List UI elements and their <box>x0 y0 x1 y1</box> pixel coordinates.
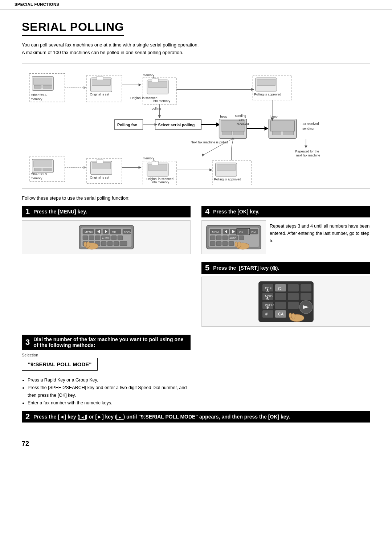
svg-text:Polling is approved: Polling is approved <box>214 177 241 181</box>
svg-text:beep: beep <box>270 114 278 118</box>
svg-marker-45 <box>265 126 269 131</box>
intro-text: You can poll several fax machines one at… <box>22 41 370 57</box>
step-4-content: MENU OK Z M AUTO <box>201 220 370 254</box>
svg-text:Z   M: Z M <box>251 231 256 233</box>
svg-rect-165 <box>288 284 299 291</box>
step-3-label: Dial the number of the fax machine you w… <box>33 336 187 348</box>
step-4-header: 4 Press the [OK] key. <box>201 206 370 217</box>
svg-point-185 <box>291 313 295 319</box>
svg-rect-180 <box>262 310 273 318</box>
svg-rect-153 <box>222 241 228 246</box>
svg-marker-8 <box>83 86 86 89</box>
svg-text:beep: beep <box>220 114 227 118</box>
svg-text:received: received <box>237 122 249 126</box>
svg-rect-145 <box>210 236 215 240</box>
step-2-block: 2 Press the [◄] key (◄) or [►] key (►) u… <box>22 411 370 425</box>
serial-poll-mode-display: "9:SERIAL POLL MODE" <box>22 358 98 371</box>
page-number: 72 <box>22 440 370 448</box>
svg-text:9: 9 <box>266 305 269 310</box>
selection-label: Selection <box>22 353 191 357</box>
svg-rect-154 <box>229 241 234 246</box>
svg-text:MENU: MENU <box>85 230 93 234</box>
svg-rect-72 <box>97 159 103 163</box>
svg-rect-39 <box>222 131 231 135</box>
keyboard-icon-1: MENU OK ZOOM AUTO <box>77 224 135 251</box>
svg-text:Fax received: Fax received <box>301 122 319 126</box>
svg-rect-151 <box>210 241 215 246</box>
serial-polling-diagram: Other fax A memory Original is set <box>22 63 370 189</box>
svg-text:Fax: Fax <box>238 118 244 122</box>
svg-rect-172 <box>301 293 311 300</box>
svg-rect-12 <box>97 76 103 80</box>
svg-text:Polling fax: Polling fax <box>117 123 137 127</box>
section-title: SPECIAL FUNCTIONS <box>15 2 59 7</box>
svg-text:3: 3 <box>266 289 269 293</box>
step-4-number: 4 <box>205 208 209 216</box>
svg-rect-171 <box>288 293 299 300</box>
svg-marker-27 <box>158 115 161 118</box>
svg-text:memory: memory <box>143 156 154 160</box>
svg-text:memory: memory <box>31 176 42 180</box>
step-2-header: 2 Press the [◄] key (◄) or [►] key (►) u… <box>22 411 370 423</box>
svg-marker-75 <box>139 166 142 169</box>
svg-rect-66 <box>43 168 52 171</box>
keyboard-icon-4: MENU OK Z M AUTO <box>205 224 263 251</box>
svg-marker-68 <box>83 166 86 169</box>
step-4-block: 4 Press the [OK] key. MENU OK <box>201 206 370 254</box>
svg-text:Original is set: Original is set <box>90 175 110 179</box>
svg-text:into memory: into memory <box>153 99 171 102</box>
svg-rect-127 <box>107 241 113 246</box>
follow-text: Follow these steps to use the serial pol… <box>22 195 370 201</box>
step-5-header: 5 Press the [START] key (◍). <box>201 262 370 274</box>
svg-rect-121 <box>111 236 117 240</box>
svg-text:AUTO: AUTO <box>102 237 109 240</box>
svg-point-132 <box>84 242 87 247</box>
svg-marker-31 <box>155 123 158 126</box>
method-3: Enter a fax number with the numeric keys… <box>28 399 191 407</box>
method-1: Press a Rapid Key or a Group Key. <box>28 376 191 384</box>
step-3-header: 3 Dial the number of the fax machine you… <box>22 335 191 350</box>
svg-text:Next fax machine is polled: Next fax machine is polled <box>191 140 228 144</box>
svg-text:CA: CA <box>278 312 284 316</box>
step-2-label: Press the [◄] key (◄) or [►] key (►) unt… <box>33 414 290 420</box>
svg-point-158 <box>235 242 238 247</box>
svg-rect-116 <box>83 236 88 240</box>
diagram-svg: Other fax A memory Original is set <box>26 69 366 185</box>
svg-point-131 <box>86 242 90 248</box>
svg-text:6: 6 <box>266 297 269 301</box>
step-1-number: 1 <box>25 208 30 216</box>
svg-rect-147 <box>222 236 228 240</box>
step-1-header: 1 Press the [MENU] key. <box>22 206 191 217</box>
svg-rect-170 <box>275 293 286 300</box>
svg-rect-89 <box>217 164 236 171</box>
svg-rect-4 <box>33 78 52 85</box>
svg-rect-71 <box>92 162 111 169</box>
svg-rect-129 <box>120 241 127 246</box>
svg-point-157 <box>237 242 241 248</box>
svg-text:memory: memory <box>143 73 154 77</box>
step-1-block: 1 Press the [MENU] key. MENU OK <box>22 206 191 254</box>
steps-container: 1 Press the [MENU] key. MENU OK <box>22 206 370 429</box>
svg-rect-65 <box>34 168 41 171</box>
svg-text:memory: memory <box>31 97 42 101</box>
step-5-number: 5 <box>205 264 209 272</box>
svg-text:Select serial polling: Select serial polling <box>158 123 195 127</box>
step-2-number: 2 <box>25 413 30 421</box>
svg-rect-48 <box>270 121 294 131</box>
svg-line-102 <box>232 140 233 148</box>
svg-rect-118 <box>95 236 100 240</box>
svg-rect-49 <box>272 131 281 135</box>
svg-text:sending: sending <box>235 114 246 117</box>
svg-marker-86 <box>209 168 212 171</box>
svg-marker-59 <box>202 154 205 156</box>
svg-text:Original is scanned: Original is scanned <box>146 177 173 180</box>
step-4-image: MENU OK Z M AUTO <box>201 220 266 254</box>
step-3-number: 3 <box>25 338 30 346</box>
svg-rect-64 <box>33 160 52 167</box>
page-title: SERIAL POLLING <box>22 20 124 36</box>
step-4-label: Press the [OK] key. <box>213 209 259 215</box>
section-header: SPECIAL FUNCTIONS <box>0 0 392 9</box>
step-5-image: DEF 3 C MNO 6 WXYZ 9 <box>201 277 370 327</box>
svg-rect-6 <box>43 85 52 88</box>
svg-rect-40 <box>233 131 244 135</box>
